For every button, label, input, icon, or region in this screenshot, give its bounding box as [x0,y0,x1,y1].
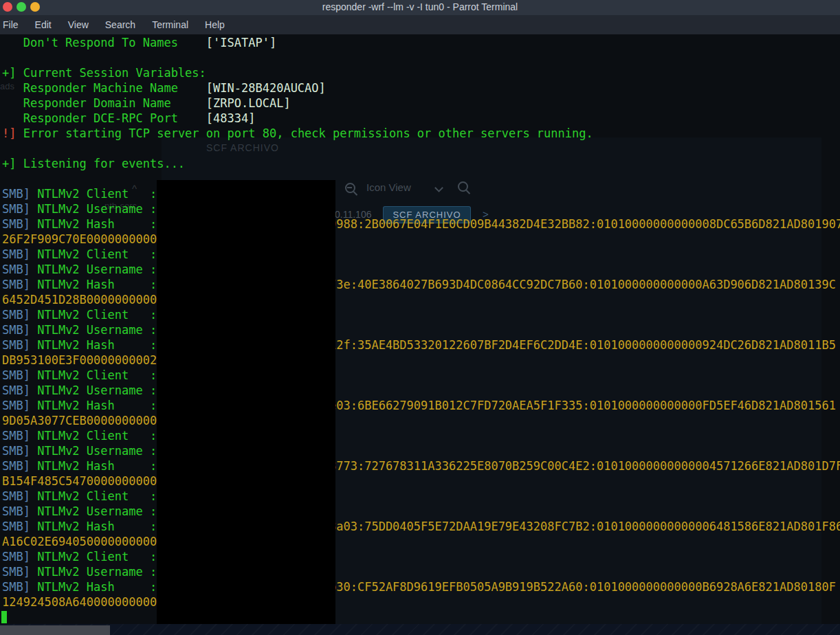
terminal-hash-fragment: 8a03:75DD0405F5E72DAA19E79E43208FC7B2:01… [329,520,840,533]
menu-item-view[interactable]: View [60,15,97,34]
terminal-line: Responder Machine Name [WIN-28B420AUCAO] [2,81,326,95]
terminal-line: SMB] NTLMv2 Hash :8a03:75DD0405F5E72DAA1… [2,520,157,533]
menu-item-terminal[interactable]: Terminal [144,15,197,34]
terminal-line: SMB] NTLMv2 Client : [2,550,157,564]
terminal-hash-fragment: 8773:727678311A336225E8070B259C00C4E2:01… [329,459,840,473]
terminal-line: SMB] NTLMv2 Hash :8773:727678311A336225E… [2,459,157,473]
terminal-line: SMB] NTLMv2 Username : [2,565,157,579]
terminal-line: SMB] NTLMv2 Client : [2,489,157,503]
terminal-line: SMB] NTLMv2 Client : [2,368,157,382]
terminal-line: +] Current Session Variables: [2,66,206,80]
terminal-hash-fragment: b30:CF52AF8D9619EFB0505A9B919B522A60:010… [329,580,836,594]
terminal-line: 26F2F909C70E000000000020 [2,232,171,246]
terminal-line: SMB] NTLMv2 Client : [2,187,157,201]
terminal-line: SMB] NTLMv2 Username : [2,504,157,518]
terminal-line: B154F485C547000000000020 [2,474,171,488]
terminal-line: SMB] NTLMv2 Username : [2,202,157,216]
terminal-hash-fragment: 73e:40E3864027B693D4DC0864CC92DC7B60:010… [329,278,836,291]
terminal-line: Don't Respond To Names ['ISATAP'] [2,36,276,49]
terminal-hash-fragment: 9988:2B0067E04F1E0CD09B44382D4E32BB82:01… [329,217,840,231]
terminal-line: !] Error starting TCP server on port 80,… [2,126,593,140]
terminal-line: SMB] NTLMv2 Hash :e03:6BE66279091B012C7F… [2,399,157,412]
menu-item-file[interactable]: File [0,15,27,34]
menu-bar: FileEditViewSearchTerminalHelp [0,15,840,34]
terminal-line: SMB] NTLMv2 Hash :b30:CF52AF8D9619EFB050… [2,580,157,594]
redaction-overlay [157,180,335,624]
terminal-line: Responder DCE-RPC Port [48334] [2,111,255,125]
terminal-output-area[interactable]: ads SCF ARCHIVO ^ ntb-sorc Icon View 0.1… [0,34,840,624]
terminal-line: Responder Domain Name [ZRPO.LOCAL] [2,96,291,110]
menu-item-search[interactable]: Search [97,15,144,34]
terminal-line: SMB] NTLMv2 Username : [2,323,157,337]
background-window-scrollbar [0,625,110,635]
window-title: responder -wrf --lm -v -I tun0 - Parrot … [0,1,840,12]
terminal-line: SMB] NTLMv2 Username : [2,263,157,276]
terminal-line: DB953100E3F000000000020 [2,353,164,367]
window-titlebar[interactable]: responder -wrf --lm -v -I tun0 - Parrot … [0,0,840,15]
terminal-line: SMB] NTLMv2 Username : [2,383,157,397]
terminal-line: +] Listening for events... [2,157,185,170]
terminal-hash-fragment: e03:6BE66279091B012C7FD720AEA5F1F335:010… [329,399,836,412]
menu-item-help[interactable]: Help [197,15,233,34]
terminal-line: SMB] NTLMv2 Username : [2,444,157,458]
terminal-line: SMB] NTLMv2 Hash :73e:40E3864027B693D4DC… [2,278,157,291]
terminal-line: 124924508A64000000000020 [2,595,171,609]
terminal-line: A16C02E69405000000000020 [2,535,171,548]
menu-item-edit[interactable]: Edit [27,15,60,34]
terminal-line: SMB] NTLMv2 Client : [2,247,157,261]
terminal-cursor [1,611,7,623]
terminal-hash-fragment: 12f:35AE4BD53320122607BF2D4EF6C2DD4E:010… [329,338,836,352]
terminal-lines: Don't Respond To Names ['ISATAP']+] Curr… [0,34,840,624]
terminal-line: 6452D451D28B000000000020 [2,293,171,307]
terminal-line: SMB] NTLMv2 Hash :12f:35AE4BD53320122607… [2,338,157,352]
terminal-line: SMB] NTLMv2 Hash :9988:2B0067E04F1E0CD09… [2,217,157,231]
screen: responder -wrf --lm -v -I tun0 - Parrot … [0,0,840,635]
terminal-line: SMB] NTLMv2 Client : [2,308,157,322]
bottom-band [0,624,840,635]
terminal-line: 9D05A3077CEB000000000020 [2,414,171,427]
terminal-line: SMB] NTLMv2 Client : [2,429,157,443]
